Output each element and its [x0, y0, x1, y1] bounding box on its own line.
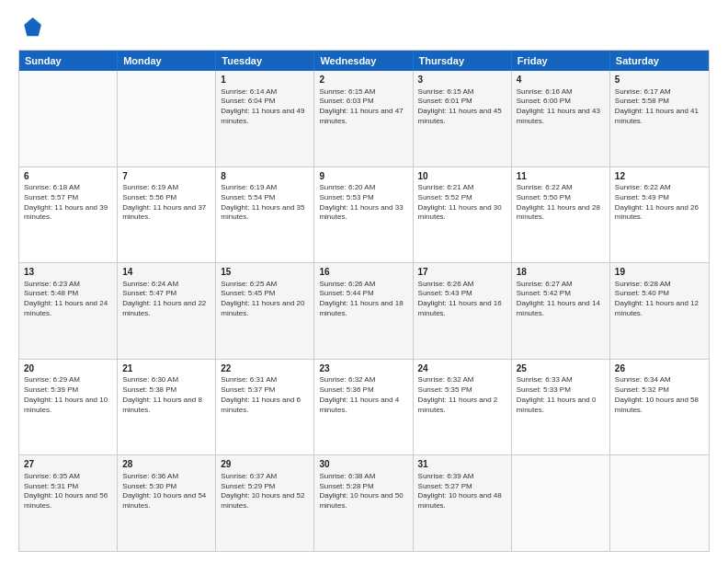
day-cell-24: 24Sunrise: 6:32 AMSunset: 5:35 PMDayligh… [414, 360, 512, 455]
day-number: 22 [221, 362, 309, 375]
day-info: Sunrise: 6:26 AMSunset: 5:44 PMDaylight:… [319, 280, 407, 319]
day-number: 12 [615, 170, 704, 183]
day-cell-31: 31Sunrise: 6:39 AMSunset: 5:27 PMDayligh… [414, 455, 512, 551]
day-info: Sunrise: 6:30 AMSunset: 5:38 PMDaylight:… [122, 375, 210, 415]
day-number: 23 [319, 362, 407, 375]
day-cell-7: 7Sunrise: 6:19 AMSunset: 5:56 PMDaylight… [118, 167, 216, 263]
day-cell-3: 3Sunrise: 6:15 AMSunset: 6:01 PMDaylight… [414, 71, 512, 167]
day-header-friday: Friday [512, 51, 610, 71]
day-header-thursday: Thursday [414, 51, 512, 71]
day-info: Sunrise: 6:34 AMSunset: 5:32 PMDaylight:… [615, 375, 704, 415]
empty-cell [610, 455, 709, 551]
day-info: Sunrise: 6:20 AMSunset: 5:53 PMDaylight:… [319, 183, 407, 223]
day-header-sunday: Sunday [19, 51, 118, 71]
day-info: Sunrise: 6:23 AMSunset: 5:48 PMDaylight:… [24, 280, 112, 319]
day-info: Sunrise: 6:26 AMSunset: 5:43 PMDaylight:… [418, 280, 506, 319]
day-info: Sunrise: 6:39 AMSunset: 5:27 PMDaylight:… [418, 472, 506, 511]
day-number: 19 [615, 266, 704, 279]
day-cell-27: 27Sunrise: 6:35 AMSunset: 5:31 PMDayligh… [19, 455, 118, 551]
svg-marker-0 [24, 17, 41, 36]
day-number: 11 [517, 170, 605, 183]
day-number: 20 [24, 362, 112, 375]
day-header-wednesday: Wednesday [314, 51, 413, 71]
day-number: 14 [122, 266, 210, 279]
day-cell-6: 6Sunrise: 6:18 AMSunset: 5:57 PMDaylight… [19, 167, 118, 263]
day-cell-19: 19Sunrise: 6:28 AMSunset: 5:40 PMDayligh… [610, 263, 709, 359]
day-number: 18 [517, 266, 605, 279]
day-cell-16: 16Sunrise: 6:26 AMSunset: 5:44 PMDayligh… [314, 263, 413, 359]
day-cell-10: 10Sunrise: 6:21 AMSunset: 5:52 PMDayligh… [414, 167, 512, 263]
day-cell-26: 26Sunrise: 6:34 AMSunset: 5:32 PMDayligh… [610, 360, 709, 455]
day-cell-22: 22Sunrise: 6:31 AMSunset: 5:37 PMDayligh… [216, 360, 314, 455]
calendar-week-3: 13Sunrise: 6:23 AMSunset: 5:48 PMDayligh… [19, 263, 709, 360]
day-number: 17 [418, 266, 506, 279]
day-number: 1 [221, 74, 309, 86]
empty-cell [19, 71, 118, 167]
day-cell-8: 8Sunrise: 6:19 AMSunset: 5:54 PMDaylight… [216, 167, 314, 263]
day-info: Sunrise: 6:28 AMSunset: 5:40 PMDaylight:… [615, 280, 704, 319]
day-header-tuesday: Tuesday [216, 51, 314, 71]
calendar-week-5: 27Sunrise: 6:35 AMSunset: 5:31 PMDayligh… [19, 455, 709, 551]
day-cell-14: 14Sunrise: 6:24 AMSunset: 5:47 PMDayligh… [118, 263, 216, 359]
day-cell-18: 18Sunrise: 6:27 AMSunset: 5:42 PMDayligh… [512, 263, 610, 359]
day-number: 7 [122, 170, 210, 183]
day-info: Sunrise: 6:27 AMSunset: 5:42 PMDaylight:… [517, 280, 605, 319]
day-info: Sunrise: 6:17 AMSunset: 5:58 PMDaylight:… [615, 87, 704, 127]
day-info: Sunrise: 6:15 AMSunset: 6:03 PMDaylight:… [319, 87, 407, 127]
day-number: 13 [24, 266, 112, 279]
logo-icon [18, 15, 44, 40]
day-number: 5 [615, 74, 704, 86]
day-number: 25 [517, 362, 605, 375]
day-cell-12: 12Sunrise: 6:22 AMSunset: 5:49 PMDayligh… [610, 167, 709, 263]
day-info: Sunrise: 6:14 AMSunset: 6:04 PMDaylight:… [221, 87, 309, 127]
day-info: Sunrise: 6:19 AMSunset: 5:56 PMDaylight:… [122, 183, 210, 223]
day-number: 6 [24, 170, 112, 183]
day-info: Sunrise: 6:37 AMSunset: 5:29 PMDaylight:… [221, 472, 309, 511]
day-info: Sunrise: 6:32 AMSunset: 5:36 PMDaylight:… [319, 375, 407, 415]
day-info: Sunrise: 6:19 AMSunset: 5:54 PMDaylight:… [221, 183, 309, 223]
day-info: Sunrise: 6:33 AMSunset: 5:33 PMDaylight:… [517, 375, 605, 415]
day-cell-2: 2Sunrise: 6:15 AMSunset: 6:03 PMDaylight… [314, 71, 413, 167]
day-info: Sunrise: 6:21 AMSunset: 5:52 PMDaylight:… [418, 183, 506, 223]
day-number: 8 [221, 170, 309, 183]
day-number: 30 [319, 458, 407, 471]
day-header-saturday: Saturday [610, 51, 709, 71]
empty-cell [512, 455, 610, 551]
day-number: 3 [418, 74, 506, 86]
day-cell-17: 17Sunrise: 6:26 AMSunset: 5:43 PMDayligh… [414, 263, 512, 359]
day-number: 21 [122, 362, 210, 375]
day-info: Sunrise: 6:25 AMSunset: 5:45 PMDaylight:… [221, 280, 309, 319]
day-header-monday: Monday [118, 51, 216, 71]
day-cell-13: 13Sunrise: 6:23 AMSunset: 5:48 PMDayligh… [19, 263, 118, 359]
day-number: 28 [122, 458, 210, 471]
day-info: Sunrise: 6:38 AMSunset: 5:28 PMDaylight:… [319, 472, 407, 511]
calendar-week-1: 1Sunrise: 6:14 AMSunset: 6:04 PMDaylight… [19, 71, 709, 167]
day-number: 10 [418, 170, 506, 183]
day-info: Sunrise: 6:22 AMSunset: 5:49 PMDaylight:… [615, 183, 704, 223]
day-number: 31 [418, 458, 506, 471]
empty-cell [118, 71, 216, 167]
day-cell-1: 1Sunrise: 6:14 AMSunset: 6:04 PMDaylight… [216, 71, 314, 167]
calendar-week-4: 20Sunrise: 6:29 AMSunset: 5:39 PMDayligh… [19, 360, 709, 456]
day-info: Sunrise: 6:29 AMSunset: 5:39 PMDaylight:… [24, 375, 112, 415]
day-info: Sunrise: 6:31 AMSunset: 5:37 PMDaylight:… [221, 375, 309, 415]
day-info: Sunrise: 6:18 AMSunset: 5:57 PMDaylight:… [24, 183, 112, 223]
day-number: 15 [221, 266, 309, 279]
day-info: Sunrise: 6:32 AMSunset: 5:35 PMDaylight:… [418, 375, 506, 415]
day-cell-4: 4Sunrise: 6:16 AMSunset: 6:00 PMDaylight… [512, 71, 610, 167]
day-info: Sunrise: 6:22 AMSunset: 5:50 PMDaylight:… [517, 183, 605, 223]
day-number: 4 [517, 74, 605, 86]
day-info: Sunrise: 6:16 AMSunset: 6:00 PMDaylight:… [517, 87, 605, 127]
day-info: Sunrise: 6:36 AMSunset: 5:30 PMDaylight:… [122, 472, 210, 511]
logo [18, 15, 48, 40]
day-cell-20: 20Sunrise: 6:29 AMSunset: 5:39 PMDayligh… [19, 360, 118, 455]
day-number: 24 [418, 362, 506, 375]
day-cell-21: 21Sunrise: 6:30 AMSunset: 5:38 PMDayligh… [118, 360, 216, 455]
day-info: Sunrise: 6:35 AMSunset: 5:31 PMDaylight:… [24, 472, 112, 511]
day-cell-9: 9Sunrise: 6:20 AMSunset: 5:53 PMDaylight… [314, 167, 413, 263]
calendar: SundayMondayTuesdayWednesdayThursdayFrid… [18, 50, 710, 552]
day-number: 9 [319, 170, 407, 183]
day-cell-25: 25Sunrise: 6:33 AMSunset: 5:33 PMDayligh… [512, 360, 610, 455]
day-cell-28: 28Sunrise: 6:36 AMSunset: 5:30 PMDayligh… [118, 455, 216, 551]
header [18, 15, 710, 40]
